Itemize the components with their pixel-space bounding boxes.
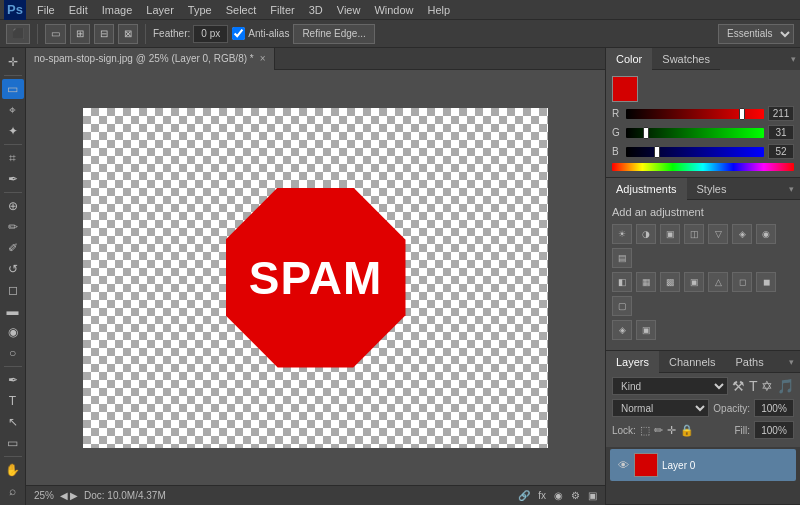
antialias-checkbox[interactable]	[232, 27, 245, 40]
menu-file[interactable]: File	[30, 2, 62, 18]
add-selection-btn[interactable]: ⊞	[70, 24, 90, 44]
lock-paint-btn[interactable]: ✏	[654, 424, 663, 437]
tool-move[interactable]: ✛	[2, 52, 24, 72]
tool-zoom[interactable]: ⌕	[2, 481, 24, 501]
menu-type[interactable]: Type	[181, 2, 219, 18]
adj-extra-1[interactable]: ◈	[612, 320, 632, 340]
tool-eyedropper[interactable]: ✒	[2, 169, 24, 189]
tool-gradient[interactable]: ▬	[2, 301, 24, 321]
menu-select[interactable]: Select	[219, 2, 264, 18]
adj-threshold-icon[interactable]: ◻	[732, 272, 752, 292]
adj-panel-collapse[interactable]: ▾	[783, 178, 800, 199]
lock-all-btn[interactable]: 🔒	[680, 424, 694, 437]
r-value-input[interactable]	[768, 106, 794, 121]
menu-edit[interactable]: Edit	[62, 2, 95, 18]
color-spectrum-bar[interactable]	[612, 163, 794, 171]
tool-brush[interactable]: ✏	[2, 217, 24, 237]
fx-button[interactable]: fx	[538, 490, 546, 501]
menu-3d[interactable]: 3D	[302, 2, 330, 18]
tool-history-brush[interactable]: ↺	[2, 259, 24, 279]
adj-extra-2[interactable]: ▣	[636, 320, 656, 340]
nav-left[interactable]: ◀	[60, 490, 68, 501]
layer-visibility-toggle[interactable]: 👁	[616, 458, 630, 472]
g-value-input[interactable]	[768, 125, 794, 140]
tool-type[interactable]: T	[2, 391, 24, 411]
tool-dodge[interactable]: ○	[2, 343, 24, 363]
tool-magic-wand[interactable]: ✦	[2, 121, 24, 141]
tool-crop[interactable]: ⌗	[2, 148, 24, 168]
layers-panel-collapse[interactable]: ▾	[783, 351, 800, 372]
color-panel-collapse[interactable]: ▾	[785, 48, 800, 70]
status-icon-1[interactable]: ◉	[554, 490, 563, 501]
menu-help[interactable]: Help	[421, 2, 458, 18]
new-selection-btn[interactable]: ▭	[45, 24, 66, 44]
subtract-selection-btn[interactable]: ⊟	[94, 24, 114, 44]
opacity-input[interactable]	[754, 399, 794, 417]
adj-exposure-icon[interactable]: ◫	[684, 224, 704, 244]
tool-spot-heal[interactable]: ⊕	[2, 196, 24, 216]
adj-colorbalance-icon[interactable]: ◉	[756, 224, 776, 244]
workspace-select[interactable]: Essentials	[718, 24, 794, 44]
intersect-selection-btn[interactable]: ⊠	[118, 24, 138, 44]
tool-lasso[interactable]: ⌖	[2, 100, 24, 120]
b-slider[interactable]	[626, 147, 764, 157]
menu-view[interactable]: View	[330, 2, 368, 18]
adj-channelmix-icon[interactable]: ▦	[636, 272, 656, 292]
adj-colorlook-icon[interactable]: ▩	[660, 272, 680, 292]
tool-options-icon[interactable]: ⬛	[6, 24, 30, 44]
adj-photofil-icon[interactable]: ◧	[612, 272, 632, 292]
tab-channels[interactable]: Channels	[659, 351, 725, 373]
toolbar-sep-2	[145, 24, 146, 44]
tab-adjustments[interactable]: Adjustments	[606, 178, 687, 200]
layer-type-icons[interactable]: ⚒ T ✡ 🎵	[732, 378, 794, 394]
menu-image[interactable]: Image	[95, 2, 140, 18]
tab-color[interactable]: Color	[606, 48, 652, 70]
nav-right[interactable]: ▶	[70, 490, 78, 501]
g-slider[interactable]	[626, 128, 764, 138]
tool-clone-stamp[interactable]: ✐	[2, 238, 24, 258]
adj-hsl-icon[interactable]: ◈	[732, 224, 752, 244]
status-icon-3[interactable]: ▣	[588, 490, 597, 501]
tool-pen[interactable]: ✒	[2, 370, 24, 390]
adj-selcolor-icon[interactable]: ▢	[612, 296, 632, 316]
tool-hand[interactable]: ✋	[2, 460, 24, 480]
document-tab[interactable]: no-spam-stop-sign.jpg @ 25% (Layer 0, RG…	[26, 48, 275, 70]
tool-sep-2	[4, 144, 22, 145]
tab-paths[interactable]: Paths	[726, 351, 774, 373]
adj-invert-icon[interactable]: ▣	[684, 272, 704, 292]
tab-styles[interactable]: Styles	[687, 178, 737, 200]
tool-path-select[interactable]: ↖	[2, 412, 24, 432]
layer-item[interactable]: 👁 Layer 0	[610, 449, 796, 481]
tool-blur[interactable]: ◉	[2, 322, 24, 342]
tool-shape[interactable]: ▭	[2, 433, 24, 453]
tab-swatches[interactable]: Swatches	[652, 48, 720, 70]
b-value-input[interactable]	[768, 144, 794, 159]
adj-levels-icon[interactable]: ◑	[636, 224, 656, 244]
feather-input[interactable]	[193, 25, 228, 43]
main-area: ✛ ▭ ⌖ ✦ ⌗ ✒ ⊕ ✏ ✐ ↺ ◻ ▬ ◉ ○ ✒ T ↖ ▭ ✋ ⌕ …	[0, 48, 800, 505]
tool-eraser[interactable]: ◻	[2, 280, 24, 300]
foreground-color-swatch[interactable]	[612, 76, 638, 102]
adj-curves-icon[interactable]: ▣	[660, 224, 680, 244]
adj-posterize-icon[interactable]: △	[708, 272, 728, 292]
blend-mode-select[interactable]: Normal	[612, 399, 709, 417]
document-tab-close[interactable]: ×	[260, 53, 266, 64]
layers-kind-select[interactable]: Kind	[612, 377, 728, 395]
menu-window[interactable]: Window	[367, 2, 420, 18]
adj-bw-icon[interactable]: ▤	[612, 248, 632, 268]
tool-marquee[interactable]: ▭	[2, 79, 24, 99]
refine-edge-button[interactable]: Refine Edge...	[293, 24, 374, 44]
status-icon-2[interactable]: ⚙	[571, 490, 580, 501]
r-slider[interactable]	[626, 109, 764, 119]
lock-transparent-btn[interactable]: ⬚	[640, 424, 650, 437]
fill-input[interactable]	[754, 421, 794, 439]
status-link[interactable]: 🔗	[518, 490, 530, 501]
tab-layers[interactable]: Layers	[606, 351, 659, 373]
adj-grmap-icon[interactable]: ◼	[756, 272, 776, 292]
fill-row: Fill:	[734, 421, 794, 439]
lock-position-btn[interactable]: ✛	[667, 424, 676, 437]
menu-layer[interactable]: Layer	[139, 2, 181, 18]
adj-brightness-icon[interactable]: ☀	[612, 224, 632, 244]
adj-vibrance-icon[interactable]: ▽	[708, 224, 728, 244]
menu-filter[interactable]: Filter	[263, 2, 301, 18]
